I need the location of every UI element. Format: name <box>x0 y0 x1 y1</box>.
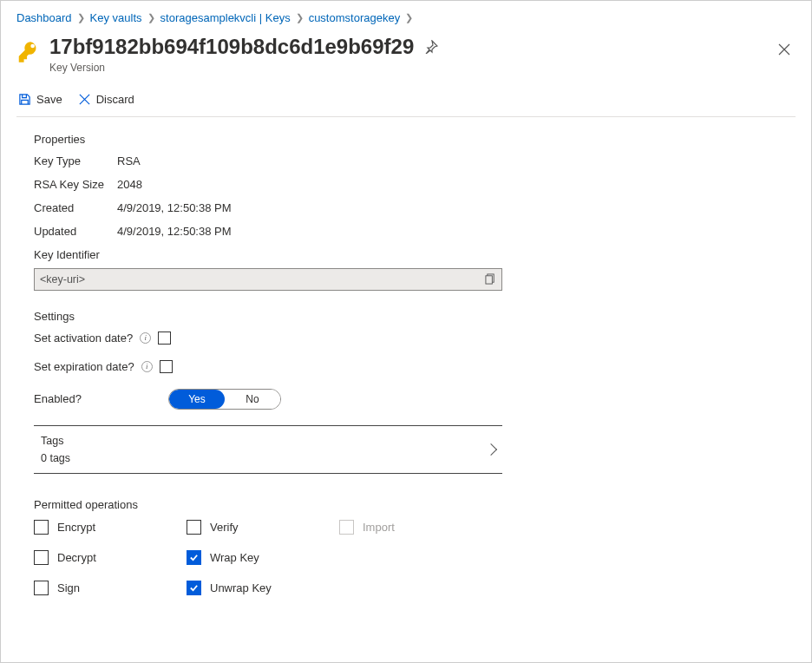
created-label: Created <box>34 201 108 214</box>
verify-checkbox[interactable] <box>187 520 201 535</box>
updated-value: 4/9/2019, 12:50:38 PM <box>117 225 232 238</box>
discard-icon <box>78 93 91 106</box>
discard-label: Discard <box>96 93 134 106</box>
close-icon[interactable] <box>778 43 790 56</box>
tags-count: 0 tags <box>41 452 487 464</box>
expiration-checkbox[interactable] <box>160 360 173 373</box>
keyid-field[interactable]: <key-uri> <box>34 268 502 291</box>
breadcrumb: Dashboard ❯ Key vaults ❯ storagesamplekv… <box>16 8 796 31</box>
created-value: 4/9/2019, 12:50:38 PM <box>117 201 232 214</box>
updated-label: Updated <box>34 225 108 238</box>
chevron-right-icon: ❯ <box>405 12 413 23</box>
tags-row[interactable]: Tags 0 tags <box>34 425 502 474</box>
copy-icon[interactable] <box>485 273 496 285</box>
decrypt-label: Decrypt <box>57 551 96 564</box>
encrypt-label: Encrypt <box>57 521 95 534</box>
import-label: Import <box>363 521 395 534</box>
toolbar: Save Discard <box>16 82 796 117</box>
settings-heading: Settings <box>34 310 796 323</box>
info-icon[interactable]: i <box>141 361 153 372</box>
body: Properties Key Type RSA RSA Key Size 204… <box>16 117 796 595</box>
wrap-label: Wrap Key <box>210 551 259 564</box>
import-checkbox <box>339 520 354 535</box>
properties-heading: Properties <box>34 133 796 146</box>
page-subtitle: Key Version <box>49 62 769 74</box>
activation-checkbox[interactable] <box>158 332 171 345</box>
breadcrumb-dashboard[interactable]: Dashboard <box>16 11 72 24</box>
chevron-right-icon: ❯ <box>296 12 304 23</box>
keytype-label: Key Type <box>34 154 108 167</box>
sign-checkbox[interactable] <box>34 581 49 595</box>
breadcrumb-vaultkeys[interactable]: storagesamplekvcli | Keys <box>160 11 291 24</box>
keyid-value: <key-uri> <box>40 273 485 286</box>
page-title: 17bf9182bb694f109b8dc6d1e9b69f29 <box>49 35 414 60</box>
keyid-label: Key Identifier <box>34 248 796 261</box>
keytype-value: RSA <box>117 154 141 167</box>
pin-icon[interactable] <box>424 40 438 54</box>
breadcrumb-keyvaults[interactable]: Key vaults <box>90 11 142 24</box>
verify-label: Verify <box>210 521 239 534</box>
rsasize-value: 2048 <box>117 178 142 191</box>
decrypt-checkbox[interactable] <box>34 550 49 565</box>
chevron-right-icon: ❯ <box>77 12 85 23</box>
page-root: Dashboard ❯ Key vaults ❯ storagesamplekv… <box>0 0 812 663</box>
unwrap-checkbox[interactable] <box>187 581 201 595</box>
unwrap-label: Unwrap Key <box>210 581 272 594</box>
breadcrumb-keyname[interactable]: customstoragekey <box>309 11 401 24</box>
enabled-label: Enabled? <box>34 392 82 405</box>
activation-label: Set activation date? <box>34 332 133 345</box>
expiration-label: Set expiration date? <box>34 360 134 373</box>
toggle-yes[interactable]: Yes <box>169 390 225 409</box>
key-icon <box>16 40 41 64</box>
svg-rect-1 <box>486 276 492 284</box>
tags-label: Tags <box>41 435 487 447</box>
operations-heading: Permitted operations <box>34 498 796 511</box>
enabled-toggle[interactable]: Yes No <box>168 389 281 410</box>
info-icon[interactable]: i <box>140 332 151 344</box>
header: 17bf9182bb694f109b8dc6d1e9b69f29 Key Ver… <box>16 35 796 74</box>
save-label: Save <box>36 93 62 106</box>
toggle-no[interactable]: No <box>225 390 280 409</box>
chevron-right-icon: ❯ <box>147 12 155 23</box>
sign-label: Sign <box>57 581 80 594</box>
wrap-checkbox[interactable] <box>187 550 201 565</box>
save-button[interactable]: Save <box>16 91 64 108</box>
chevron-right-icon <box>485 443 497 456</box>
encrypt-checkbox[interactable] <box>34 520 49 535</box>
discard-button[interactable]: Discard <box>76 91 136 108</box>
rsasize-label: RSA Key Size <box>34 178 108 191</box>
save-icon <box>18 93 31 106</box>
